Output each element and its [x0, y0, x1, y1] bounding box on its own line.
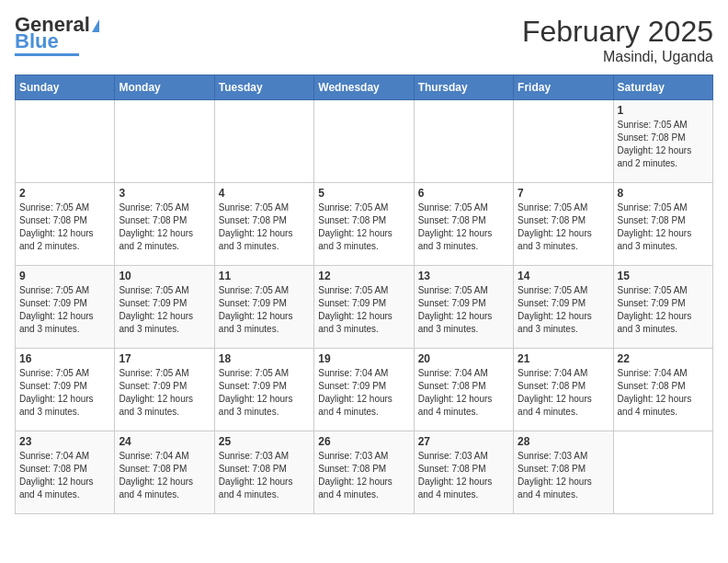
location-subtitle: Masindi, Uganda: [522, 49, 713, 65]
calendar-cell: 5Sunrise: 7:05 AM Sunset: 7:08 PM Daylig…: [314, 183, 414, 266]
day-number: 4: [219, 187, 310, 200]
day-info: Sunrise: 7:04 AM Sunset: 7:08 PM Dayligh…: [618, 367, 709, 419]
day-header-thursday: Thursday: [414, 75, 513, 100]
calendar-cell: [16, 100, 115, 183]
day-number: 23: [19, 435, 110, 448]
logo-underline: [15, 53, 79, 56]
logo-subtext: Blue: [15, 31, 59, 52]
day-info: Sunrise: 7:05 AM Sunset: 7:08 PM Dayligh…: [518, 201, 609, 253]
calendar-cell: 1Sunrise: 7:05 AM Sunset: 7:08 PM Daylig…: [613, 100, 712, 183]
day-header-friday: Friday: [514, 75, 613, 100]
logo: General Blue: [15, 15, 99, 56]
calendar-cell: 22Sunrise: 7:04 AM Sunset: 7:08 PM Dayli…: [613, 349, 712, 431]
calendar-cell: 26Sunrise: 7:03 AM Sunset: 7:08 PM Dayli…: [314, 431, 414, 514]
day-number: 12: [318, 270, 409, 282]
day-number: 20: [418, 352, 509, 365]
calendar-cell: 27Sunrise: 7:03 AM Sunset: 7:08 PM Dayli…: [414, 431, 513, 514]
calendar-cell: 28Sunrise: 7:03 AM Sunset: 7:08 PM Dayli…: [514, 431, 613, 514]
calendar-cell: [214, 100, 313, 183]
calendar-week-row: 1Sunrise: 7:05 AM Sunset: 7:08 PM Daylig…: [16, 100, 713, 183]
day-number: 8: [618, 187, 709, 200]
day-info: Sunrise: 7:05 AM Sunset: 7:08 PM Dayligh…: [318, 201, 409, 253]
day-number: 9: [19, 270, 110, 282]
day-info: Sunrise: 7:05 AM Sunset: 7:09 PM Dayligh…: [119, 367, 210, 419]
calendar-cell: 24Sunrise: 7:04 AM Sunset: 7:08 PM Dayli…: [115, 431, 214, 514]
calendar-cell: [514, 100, 613, 183]
day-info: Sunrise: 7:05 AM Sunset: 7:09 PM Dayligh…: [219, 284, 310, 336]
calendar-cell: 8Sunrise: 7:05 AM Sunset: 7:08 PM Daylig…: [613, 183, 712, 266]
day-info: Sunrise: 7:04 AM Sunset: 7:08 PM Dayligh…: [119, 450, 210, 501]
day-number: 5: [318, 187, 409, 200]
calendar-cell: [414, 100, 513, 183]
day-number: 24: [119, 435, 210, 448]
day-info: Sunrise: 7:05 AM Sunset: 7:08 PM Dayligh…: [618, 119, 709, 170]
day-info: Sunrise: 7:04 AM Sunset: 7:08 PM Dayligh…: [518, 367, 609, 419]
day-number: 11: [219, 270, 310, 282]
day-info: Sunrise: 7:05 AM Sunset: 7:09 PM Dayligh…: [518, 284, 609, 336]
day-info: Sunrise: 7:05 AM Sunset: 7:08 PM Dayligh…: [618, 201, 709, 253]
day-info: Sunrise: 7:04 AM Sunset: 7:08 PM Dayligh…: [19, 450, 110, 501]
calendar-cell: 2Sunrise: 7:05 AM Sunset: 7:08 PM Daylig…: [16, 183, 115, 266]
calendar-cell: 14Sunrise: 7:05 AM Sunset: 7:09 PM Dayli…: [514, 266, 613, 349]
day-header-sunday: Sunday: [16, 75, 115, 100]
calendar-cell: 3Sunrise: 7:05 AM Sunset: 7:08 PM Daylig…: [115, 183, 214, 266]
calendar-week-row: 23Sunrise: 7:04 AM Sunset: 7:08 PM Dayli…: [16, 431, 713, 514]
day-number: 26: [318, 435, 409, 448]
day-info: Sunrise: 7:04 AM Sunset: 7:09 PM Dayligh…: [318, 367, 409, 419]
day-number: 19: [318, 352, 409, 365]
calendar-cell: 11Sunrise: 7:05 AM Sunset: 7:09 PM Dayli…: [214, 266, 313, 349]
calendar-table: SundayMondayTuesdayWednesdayThursdayFrid…: [15, 75, 713, 514]
day-header-saturday: Saturday: [613, 75, 712, 100]
calendar-cell: 12Sunrise: 7:05 AM Sunset: 7:09 PM Dayli…: [314, 266, 414, 349]
calendar-cell: [613, 431, 712, 514]
calendar-cell: [115, 100, 214, 183]
day-info: Sunrise: 7:03 AM Sunset: 7:08 PM Dayligh…: [518, 450, 609, 501]
day-info: Sunrise: 7:05 AM Sunset: 7:09 PM Dayligh…: [618, 284, 709, 336]
day-info: Sunrise: 7:05 AM Sunset: 7:09 PM Dayligh…: [418, 284, 509, 336]
day-number: 2: [19, 187, 110, 200]
day-header-tuesday: Tuesday: [214, 75, 313, 100]
page-header: General Blue February 2025 Masindi, Ugan…: [15, 15, 713, 65]
calendar-cell: 13Sunrise: 7:05 AM Sunset: 7:09 PM Dayli…: [414, 266, 513, 349]
day-number: 1: [618, 104, 709, 117]
day-info: Sunrise: 7:03 AM Sunset: 7:08 PM Dayligh…: [418, 450, 509, 501]
day-number: 18: [219, 352, 310, 365]
calendar-cell: 9Sunrise: 7:05 AM Sunset: 7:09 PM Daylig…: [16, 266, 115, 349]
day-info: Sunrise: 7:03 AM Sunset: 7:08 PM Dayligh…: [219, 450, 310, 501]
calendar-cell: 17Sunrise: 7:05 AM Sunset: 7:09 PM Dayli…: [115, 349, 214, 431]
calendar-week-row: 2Sunrise: 7:05 AM Sunset: 7:08 PM Daylig…: [16, 183, 713, 266]
day-header-monday: Monday: [115, 75, 214, 100]
day-info: Sunrise: 7:05 AM Sunset: 7:08 PM Dayligh…: [418, 201, 509, 253]
day-info: Sunrise: 7:03 AM Sunset: 7:08 PM Dayligh…: [318, 450, 409, 501]
day-number: 25: [219, 435, 310, 448]
calendar-cell: [314, 100, 414, 183]
title-block: February 2025 Masindi, Uganda: [522, 15, 713, 65]
calendar-cell: 25Sunrise: 7:03 AM Sunset: 7:08 PM Dayli…: [214, 431, 313, 514]
calendar-week-row: 9Sunrise: 7:05 AM Sunset: 7:09 PM Daylig…: [16, 266, 713, 349]
day-number: 7: [518, 187, 609, 200]
day-number: 14: [518, 270, 609, 282]
calendar-cell: 15Sunrise: 7:05 AM Sunset: 7:09 PM Dayli…: [613, 266, 712, 349]
calendar-cell: 7Sunrise: 7:05 AM Sunset: 7:08 PM Daylig…: [514, 183, 613, 266]
calendar-cell: 10Sunrise: 7:05 AM Sunset: 7:09 PM Dayli…: [115, 266, 214, 349]
calendar-cell: 23Sunrise: 7:04 AM Sunset: 7:08 PM Dayli…: [16, 431, 115, 514]
day-number: 17: [119, 352, 210, 365]
day-number: 13: [418, 270, 509, 282]
calendar-cell: 18Sunrise: 7:05 AM Sunset: 7:09 PM Dayli…: [214, 349, 313, 431]
calendar-cell: 19Sunrise: 7:04 AM Sunset: 7:09 PM Dayli…: [314, 349, 414, 431]
day-number: 6: [418, 187, 509, 200]
calendar-cell: 4Sunrise: 7:05 AM Sunset: 7:08 PM Daylig…: [214, 183, 313, 266]
calendar-cell: 16Sunrise: 7:05 AM Sunset: 7:09 PM Dayli…: [16, 349, 115, 431]
day-number: 21: [518, 352, 609, 365]
calendar-header-row: SundayMondayTuesdayWednesdayThursdayFrid…: [16, 75, 713, 100]
calendar-cell: 21Sunrise: 7:04 AM Sunset: 7:08 PM Dayli…: [514, 349, 613, 431]
day-number: 27: [418, 435, 509, 448]
day-info: Sunrise: 7:04 AM Sunset: 7:08 PM Dayligh…: [418, 367, 509, 419]
day-number: 22: [618, 352, 709, 365]
day-number: 3: [119, 187, 210, 200]
day-info: Sunrise: 7:05 AM Sunset: 7:08 PM Dayligh…: [219, 201, 310, 253]
day-info: Sunrise: 7:05 AM Sunset: 7:08 PM Dayligh…: [119, 201, 210, 253]
calendar-cell: 6Sunrise: 7:05 AM Sunset: 7:08 PM Daylig…: [414, 183, 513, 266]
day-info: Sunrise: 7:05 AM Sunset: 7:09 PM Dayligh…: [119, 284, 210, 336]
calendar-week-row: 16Sunrise: 7:05 AM Sunset: 7:09 PM Dayli…: [16, 349, 713, 431]
